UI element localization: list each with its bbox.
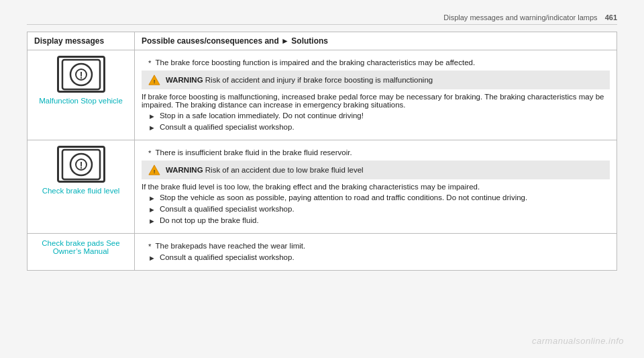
- warning-text: WARNING Risk of an accident due to low b…: [166, 166, 364, 174]
- bullet-star: *The brake force boosting function is im…: [148, 58, 610, 67]
- bullet-text: There is insufficient brake fluid in the…: [155, 148, 352, 156]
- main-table: Display messages Possible causes/consequ…: [27, 32, 617, 271]
- page-header: Display messages and warning/indicator l…: [27, 13, 617, 25]
- svg-text:!: !: [79, 160, 83, 171]
- paragraph-text: If brake force boosting is malfunctionin…: [142, 93, 610, 109]
- icon-cell: ! Check brake fluid level: [34, 146, 127, 195]
- star-icon: *: [148, 59, 151, 67]
- warning-box: ! WARNING Risk of an accident due to low…: [142, 161, 610, 179]
- col-header-display: Display messages: [28, 32, 135, 50]
- brake-svg: !: [61, 148, 101, 181]
- header-page-number: 461: [605, 13, 617, 21]
- arrow-text: Stop the vehicle as soon as possible, pa…: [160, 193, 527, 202]
- arrow-text: Do not top up the brake fluid.: [160, 216, 259, 224]
- svg-text:!: !: [79, 70, 83, 81]
- warning-text: WARNING Risk of accident and injury if b…: [166, 76, 433, 84]
- star-icon: *: [148, 149, 151, 157]
- arrow-text: Consult a qualified specialist workshop.: [160, 253, 294, 261]
- arrow-text: Stop in a safe location immediately. Do …: [160, 111, 364, 120]
- bullet-text: The brakepads have reached the wear limi…: [155, 242, 305, 250]
- bullet-star: *The brakepads have reached the wear lim…: [148, 242, 610, 251]
- brake-fluid-icon: !: [57, 146, 105, 183]
- warning-triangle-icon: !: [148, 74, 160, 86]
- arrow-icon: ►: [148, 254, 156, 262]
- warning-box: ! WARNING Risk of accident and injury if…: [142, 71, 610, 89]
- causes-cell-0: *The brake force boosting function is im…: [135, 50, 617, 140]
- display-cell-1: ! Check brake fluid level: [28, 140, 135, 234]
- arrow-icon: ►: [148, 124, 156, 132]
- bullet-arrow: ►Consult a qualified specialist workshop…: [148, 253, 610, 262]
- arrow-icon: ►: [148, 206, 156, 214]
- icon-cell: Check brake pads See Owner’s Manual: [34, 239, 127, 255]
- display-label: Malfunction Stop vehicle: [39, 97, 123, 105]
- arrow-text: Consult a qualified specialist workshop.: [160, 205, 294, 213]
- svg-text:!: !: [154, 169, 156, 175]
- bullet-arrow: ►Consult a qualified specialist workshop…: [148, 123, 610, 132]
- arrow-icon: ►: [148, 112, 156, 120]
- arrow-icon: ►: [148, 194, 156, 202]
- brake-warning-icon: !: [57, 56, 105, 93]
- display-cell-0: ! Malfunction Stop vehicle: [28, 50, 135, 140]
- bullet-arrow: ►Consult a qualified specialist workshop…: [148, 205, 610, 214]
- causes-cell-1: *There is insufficient brake fluid in th…: [135, 140, 617, 234]
- arrow-text: Consult a qualified specialist workshop.: [160, 123, 294, 131]
- display-label: Check brake pads See Owner’s Manual: [34, 239, 127, 255]
- bullet-star: *There is insufficient brake fluid in th…: [148, 148, 610, 157]
- paragraph-text: If the brake fluid level is too low, the…: [142, 183, 610, 191]
- warning-triangle-icon: !: [148, 164, 160, 176]
- warning-label: WARNING: [166, 166, 203, 174]
- display-cell-2: Check brake pads See Owner’s Manual: [28, 234, 135, 271]
- brake-svg: !: [61, 58, 101, 91]
- bullet-text: The brake force boosting function is imp…: [155, 58, 475, 66]
- icon-cell: ! Malfunction Stop vehicle: [34, 56, 127, 105]
- warning-label: WARNING: [166, 76, 203, 84]
- table-row: ! Check brake fluid level*There is insuf…: [28, 140, 617, 234]
- star-icon: *: [148, 242, 151, 251]
- svg-text:!: !: [154, 79, 156, 85]
- display-label: Check brake fluid level: [42, 187, 120, 195]
- bullet-arrow: ►Do not top up the brake fluid.: [148, 216, 610, 225]
- arrow-icon: ►: [148, 217, 156, 225]
- table-row: Check brake pads See Owner’s Manual*The …: [28, 234, 617, 271]
- col-header-causes: Possible causes/consequences and ► Solut…: [135, 32, 617, 50]
- bullet-arrow: ►Stop in a safe location immediately. Do…: [148, 111, 610, 120]
- causes-cell-2: *The brakepads have reached the wear lim…: [135, 234, 617, 271]
- header-title: Display messages and warning/indicator l…: [443, 13, 597, 21]
- bullet-arrow: ►Stop the vehicle as soon as possible, p…: [148, 193, 610, 202]
- table-row: ! Malfunction Stop vehicle*The brake for…: [28, 50, 617, 140]
